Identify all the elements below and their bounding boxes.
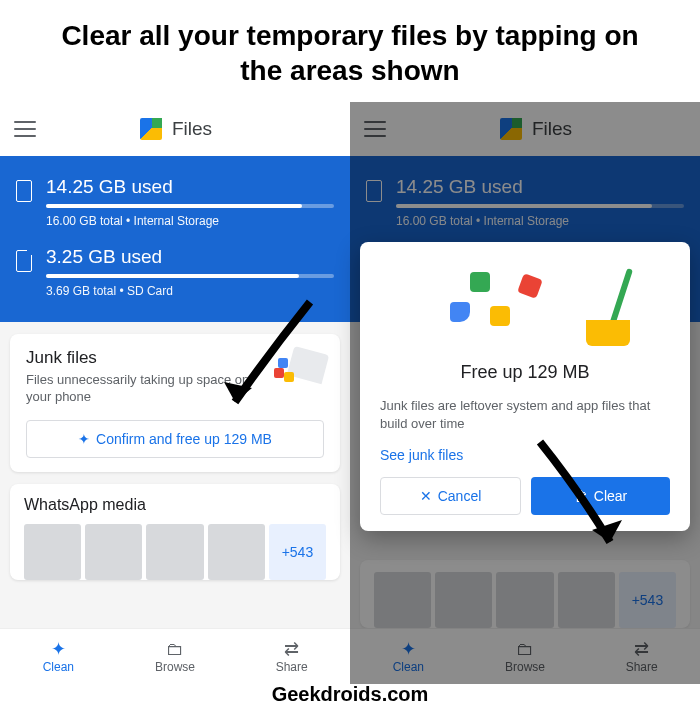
media-thumb[interactable]	[208, 524, 265, 580]
app-brand: Files	[140, 118, 212, 140]
internal-used: 14.25 GB used	[46, 176, 334, 198]
whatsapp-card-bg: +543	[360, 560, 690, 628]
app-brand: Files	[500, 118, 572, 140]
cancel-button[interactable]: ✕ Cancel	[380, 477, 521, 515]
broom-illustration	[380, 262, 670, 352]
instruction-headline: Clear all your temporary files by tappin…	[0, 0, 700, 102]
free-up-dialog: Free up 129 MB Junk files are leftover s…	[360, 242, 690, 531]
internal-storage-row[interactable]: 14.25 GB used 16.00 GB total • Internal …	[16, 176, 334, 228]
folder-search-icon: 🗀	[166, 640, 184, 658]
nav-browse[interactable]: 🗀Browse	[117, 629, 234, 684]
thumbnail-row: +543	[24, 524, 326, 580]
annotation-arrow	[530, 432, 640, 562]
internal-used: 14.25 GB used	[396, 176, 684, 198]
screen-left: Files 14.25 GB used 16.00 GB total • Int…	[0, 102, 350, 684]
sparkle-icon: ✦	[78, 431, 90, 447]
media-thumb[interactable]	[85, 524, 142, 580]
confirm-label: Confirm and free up 129 MB	[96, 431, 272, 447]
nav-browse[interactable]: 🗀Browse	[467, 629, 584, 684]
sd-used: 3.25 GB used	[46, 246, 334, 268]
sd-bar	[46, 274, 334, 278]
media-thumb[interactable]	[146, 524, 203, 580]
annotation-arrow	[210, 292, 320, 422]
swap-icon: ⇄	[634, 640, 649, 658]
internal-sub: 16.00 GB total • Internal Storage	[46, 214, 334, 228]
internal-storage-row: 14.25 GB used 16.00 GB total • Internal …	[366, 176, 684, 228]
folder-search-icon: 🗀	[516, 640, 534, 658]
app-name: Files	[532, 118, 572, 140]
internal-bar	[46, 204, 334, 208]
whatsapp-card: WhatsApp media +543	[10, 484, 340, 580]
sd-card-icon	[16, 250, 32, 272]
files-logo-icon	[140, 118, 162, 140]
bottom-nav: ✦Clean 🗀Browse ⇄Share	[350, 628, 700, 684]
screenshots-row: Files 14.25 GB used 16.00 GB total • Int…	[0, 102, 700, 684]
dialog-text: Junk files are leftover system and app f…	[380, 397, 670, 433]
phone-icon	[16, 180, 32, 202]
confirm-free-up-button[interactable]: ✦ Confirm and free up 129 MB	[26, 420, 324, 458]
media-more[interactable]: +543	[269, 524, 326, 580]
menu-icon[interactable]	[14, 121, 36, 137]
screen-right: Files 14.25 GB used 16.00 GB total • Int…	[350, 102, 700, 684]
dialog-title: Free up 129 MB	[380, 362, 670, 383]
media-thumb[interactable]	[24, 524, 81, 580]
sd-storage-row[interactable]: 3.25 GB used 3.69 GB total • SD Card	[16, 246, 334, 298]
nav-share[interactable]: ⇄Share	[233, 629, 350, 684]
whatsapp-title: WhatsApp media	[24, 496, 326, 514]
sparkle-icon: ✦	[401, 640, 416, 658]
menu-icon[interactable]	[364, 121, 386, 137]
top-bar: Files	[0, 102, 350, 156]
close-icon: ✕	[420, 488, 432, 504]
files-logo-icon	[500, 118, 522, 140]
app-name: Files	[172, 118, 212, 140]
nav-clean[interactable]: ✦Clean	[350, 629, 467, 684]
nav-share[interactable]: ⇄Share	[583, 629, 700, 684]
bottom-nav: ✦Clean 🗀Browse ⇄Share	[0, 628, 350, 684]
phone-icon	[366, 180, 382, 202]
nav-clean[interactable]: ✦Clean	[0, 629, 117, 684]
swap-icon: ⇄	[284, 640, 299, 658]
sparkle-icon: ✦	[51, 640, 66, 658]
top-bar: Files	[350, 102, 700, 156]
